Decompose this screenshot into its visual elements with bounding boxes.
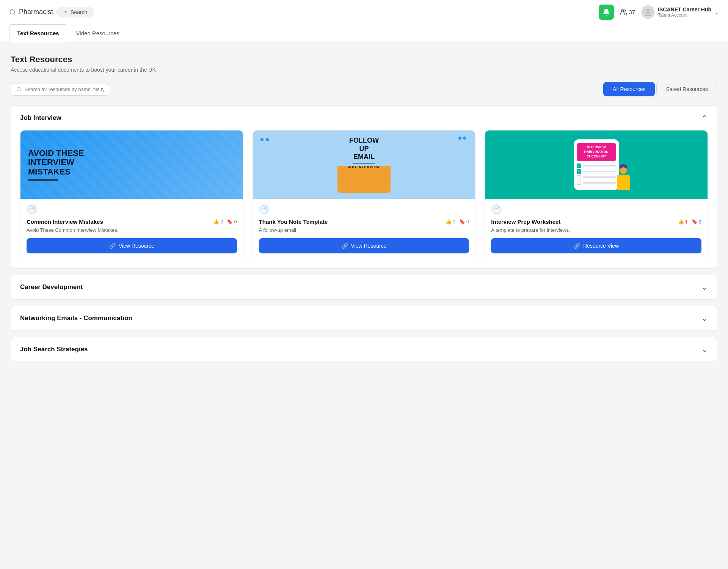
view-resource-button-3[interactable]: 🔗 Resource View — [491, 238, 701, 253]
header: Pharmacist Search 37 ISCANET Career Hub … — [0, 0, 728, 24]
card-body-email: 📄 Thank You Note Template 👍 0 🔖 — [253, 199, 475, 259]
tab-video-resources[interactable]: Video Resources — [69, 24, 127, 42]
card-title: Thank You Note Template — [259, 218, 328, 225]
account-name: ISCANET Career Hub — [658, 6, 711, 13]
filter-buttons: All Resources Saved Resources — [603, 82, 717, 96]
accordion-job-search: Job Search Strategies ⌄ — [11, 337, 717, 362]
like-button[interactable]: 👍 0 — [213, 219, 223, 225]
view-resource-label: View Resource — [351, 243, 387, 249]
card-actions: 👍 0 🔖 0 — [446, 219, 469, 225]
card-title-row: Interview Prep Worksheet 👍 1 🔖 2 — [491, 218, 701, 225]
email-sub: JOB INTERVIEW — [348, 165, 380, 169]
all-resources-button[interactable]: All Resources — [603, 82, 655, 96]
email-headline: FOLLOW UP EMAIL JOB INTERVIEW — [348, 137, 380, 169]
card-interview-mistakes: AVOID THESE INTERVIEW MISTAKES 📄 Common … — [20, 130, 243, 259]
svg-point-4 — [647, 10, 649, 13]
notif-count: 37 — [629, 9, 635, 15]
filter-bar: All Resources Saved Resources — [11, 82, 717, 96]
accordion-body-job-interview: AVOID THESE INTERVIEW MISTAKES 📄 Common … — [11, 130, 717, 268]
view-resource-button-1[interactable]: 🔗 View Resource — [27, 238, 237, 253]
accordion-title-networking: Networking Emails - Communication — [20, 314, 132, 322]
app-name: Pharmacist — [19, 8, 53, 16]
card-description: A follow-up email — [259, 227, 469, 233]
users-badge: 37 — [620, 9, 635, 16]
card-image-prep: INTERVIEW PREPARATION CHECKLIST — [485, 130, 708, 199]
header-search-area: Pharmacist Search — [9, 7, 593, 17]
card-image-email: FOLLOW UP EMAIL JOB INTERVIEW — [253, 130, 475, 199]
section-header: Text Resources Access educational docume… — [11, 55, 717, 73]
prep-graphic: INTERVIEW PREPARATION CHECKLIST — [574, 139, 619, 190]
bookmark-count: 0 — [466, 219, 469, 225]
chevron-down-icon: ⌄ — [701, 283, 708, 292]
link-icon: 🔗 — [342, 243, 348, 249]
divider-line — [353, 163, 375, 163]
chevron-down-icon-2: ⌄ — [701, 314, 708, 323]
accordion-job-interview: Job Interview ⌃ AVOID THESE INTERVIEW MI… — [11, 105, 717, 269]
tab-text-resources[interactable]: Text Resources — [9, 24, 67, 42]
link-icon: 🔗 — [109, 243, 116, 249]
view-resource-label: Resource View — [583, 243, 619, 249]
envelope-graphic — [337, 172, 391, 193]
chevron-up-icon: ⌃ — [701, 113, 708, 123]
card-actions: 👍 1 🔖 2 — [678, 219, 701, 225]
accordion-title-career: Career Development — [20, 283, 83, 291]
card-image-mistakes: AVOID THESE INTERVIEW MISTAKES — [20, 130, 243, 199]
account-area[interactable]: ISCANET Career Hub Talent Account ⌄ — [641, 5, 719, 19]
svg-point-0 — [10, 9, 14, 14]
view-resource-button-2[interactable]: 🔗 View Resource — [259, 238, 469, 253]
accordion-title-job-interview: Job Interview — [20, 114, 61, 122]
thumbs-up-icon: 👍 — [678, 219, 684, 225]
bookmark-icon: 🔖 — [459, 219, 465, 225]
accordion-header-networking[interactable]: Networking Emails - Communication ⌄ — [11, 306, 717, 330]
svg-line-1 — [14, 13, 15, 14]
view-resource-label: View Resource — [119, 243, 154, 249]
account-info: ISCANET Career Hub Talent Account — [658, 6, 711, 18]
svg-point-5 — [17, 87, 20, 91]
card-description: A template to prepare for interviews. — [491, 227, 701, 233]
bookmark-icon: 🔖 — [227, 219, 233, 225]
svg-line-6 — [20, 90, 20, 91]
svg-point-2 — [621, 9, 623, 12]
page-title: Text Resources — [11, 55, 717, 64]
search-input[interactable] — [25, 86, 104, 92]
card-body-mistakes: 📄 Common Interview Mistakes 👍 0 🔖 — [20, 199, 243, 259]
like-button[interactable]: 👍 1 — [678, 219, 688, 225]
search-button[interactable]: Search — [56, 7, 94, 17]
card-description: Avoid These Common Interview Mistakes. — [27, 227, 237, 233]
cards-grid: AVOID THESE INTERVIEW MISTAKES 📄 Common … — [20, 130, 708, 259]
person-figure — [617, 164, 630, 190]
bookmark-button[interactable]: 🔖 0 — [227, 219, 237, 225]
checklist — [577, 163, 616, 185]
saved-resources-button[interactable]: Saved Resources — [656, 82, 717, 96]
accordion-header-job-interview[interactable]: Job Interview ⌃ — [11, 106, 717, 130]
card-title-row: Thank You Note Template 👍 0 🔖 0 — [259, 218, 469, 225]
like-count: 1 — [685, 219, 688, 225]
chevron-down-icon-3: ⌄ — [701, 345, 708, 354]
main-content: Text Resources Access educational docume… — [0, 42, 728, 380]
bookmark-button[interactable]: 🔖 0 — [459, 219, 469, 225]
avatar — [641, 5, 655, 19]
accordion-networking: Networking Emails - Communication ⌄ — [11, 306, 717, 331]
card-body-prep: 📄 Interview Prep Worksheet 👍 1 🔖 — [485, 199, 708, 259]
card-title: Common Interview Mistakes — [27, 218, 103, 225]
header-right: 37 ISCANET Career Hub Talent Account ⌄ — [599, 5, 719, 20]
card-title-row: Common Interview Mistakes 👍 0 🔖 0 — [27, 218, 237, 225]
underline-decoration — [28, 179, 58, 181]
accordion-career-development: Career Development ⌄ — [11, 275, 717, 300]
accordion-header-career-development[interactable]: Career Development ⌄ — [11, 275, 717, 299]
bookmark-button[interactable]: 🔖 2 — [692, 219, 701, 225]
notification-button[interactable] — [599, 5, 614, 20]
accordion-header-job-search[interactable]: Job Search Strategies ⌄ — [11, 337, 717, 362]
card-interview-prep: INTERVIEW PREPARATION CHECKLIST — [485, 130, 708, 259]
thumbs-up-icon: 👍 — [446, 219, 452, 225]
search-label: Search — [71, 9, 87, 15]
like-button[interactable]: 👍 0 — [446, 219, 455, 225]
phone-badge: INTERVIEW PREPARATION CHECKLIST — [577, 143, 616, 161]
thumbs-up-icon: 👍 — [213, 219, 219, 225]
dot-decoration — [260, 138, 269, 141]
card-title: Interview Prep Worksheet — [491, 218, 560, 225]
resource-search-box[interactable] — [11, 83, 109, 96]
accordion-title-job-search: Job Search Strategies — [20, 346, 88, 353]
card-thank-you-note: FOLLOW UP EMAIL JOB INTERVIEW — [253, 130, 476, 259]
tabs-bar: Text Resources Video Resources — [0, 24, 728, 42]
